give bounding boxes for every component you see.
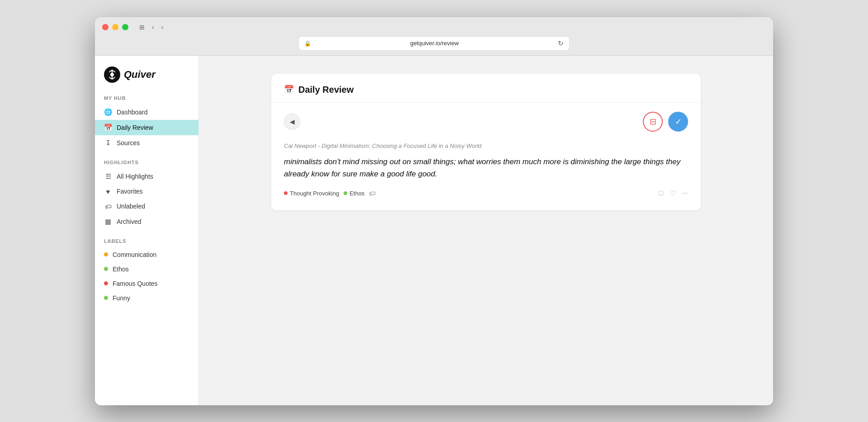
all-highlights-icon: ☰	[104, 172, 112, 180]
thought-provoking-dot	[284, 191, 288, 195]
maximize-button[interactable]	[122, 24, 128, 30]
sidebar-item-unlabeled-label: Unlabeled	[117, 203, 145, 210]
sidebar-item-ethos-label: Ethos	[113, 266, 129, 273]
thought-provoking-label: Thought Provoking	[290, 190, 339, 197]
sidebar-item-dashboard-label: Dashboard	[117, 109, 148, 116]
lock-icon: 🔒	[304, 40, 311, 47]
content-card: 📅 Daily Review ◀ ⊟ ✓	[271, 74, 701, 210]
archived-icon: ▦	[104, 218, 112, 226]
done-button[interactable]: ✓	[668, 112, 688, 132]
archive-icon: ⊟	[650, 117, 656, 127]
address-bar[interactable]: 🔒 getquiver.io/review ↻	[298, 36, 570, 51]
browser-chrome: ⊞ ‹ › 🔒 getquiver.io/review ↻	[95, 17, 773, 56]
logo-area: Quiver	[95, 66, 198, 95]
main-content: 📅 Daily Review ◀ ⊟ ✓	[199, 56, 773, 405]
review-nav-row: ◀ ⊟ ✓	[284, 112, 688, 132]
highlight-quote: minimalists don't mind missing out on sm…	[284, 156, 688, 180]
sources-icon: ↧	[104, 139, 112, 147]
tag-ethos[interactable]: Ethos	[344, 190, 364, 197]
page-title: Daily Review	[298, 85, 354, 95]
sidebar-item-unlabeled[interactable]: 🏷 Unlabeled	[95, 199, 198, 214]
sidebar-item-sources-label: Sources	[117, 139, 140, 147]
funny-dot	[104, 296, 108, 300]
sidebar-item-dashboard[interactable]: 🌐 Dashboard	[95, 104, 198, 120]
sidebar-section-highlights: HIGHLIGHTS ☰ All Highlights ♥ Favorites …	[95, 160, 198, 229]
favorites-icon: ♥	[104, 188, 112, 195]
sidebar-item-sources[interactable]: ↧ Sources	[95, 135, 198, 151]
sidebar-item-funny-label: Funny	[113, 294, 130, 302]
communication-dot	[104, 252, 108, 256]
browser-titlebar: ⊞ ‹ ›	[102, 23, 766, 32]
app-layout: Quiver MY HUB 🌐 Dashboard 📅 Daily Review…	[95, 56, 773, 405]
labels-label: LABELS	[95, 238, 198, 247]
close-button[interactable]	[102, 24, 108, 30]
sidebar-item-favorites[interactable]: ♥ Favorites	[95, 184, 198, 199]
sidebar: Quiver MY HUB 🌐 Dashboard 📅 Daily Review…	[95, 56, 199, 405]
minimize-button[interactable]	[112, 24, 118, 30]
sidebar-item-communication-label: Communication	[113, 251, 156, 258]
card-header: 📅 Daily Review	[271, 74, 701, 103]
add-tag-icon[interactable]: 🏷	[369, 190, 376, 197]
back-button[interactable]: ‹	[150, 23, 156, 32]
sidebar-section-my-hub: MY HUB 🌐 Dashboard 📅 Daily Review ↧ Sour…	[95, 95, 198, 151]
sidebar-item-funny[interactable]: Funny	[95, 291, 198, 305]
address-bar-row: 🔒 getquiver.io/review ↻	[102, 36, 766, 55]
archive-button[interactable]: ⊟	[643, 112, 663, 132]
ethos-tag-dot	[344, 191, 347, 195]
sidebar-item-all-highlights[interactable]: ☰ All Highlights	[95, 169, 198, 184]
highlight-tags: Thought Provoking Ethos 🏷	[284, 190, 376, 197]
logo-icon	[104, 66, 120, 83]
card-body: ◀ ⊟ ✓ Cal Newport - Digital Minimali	[271, 103, 701, 210]
traffic-lights	[102, 24, 128, 30]
favorite-button[interactable]: ♡	[670, 189, 676, 198]
action-buttons: ⊟ ✓	[643, 112, 688, 132]
highlight-source: Cal Newport - Digital Minimalism: Choosi…	[284, 142, 688, 149]
daily-review-icon: 📅	[104, 123, 112, 132]
sidebar-item-all-highlights-label: All Highlights	[117, 173, 153, 180]
sidebar-item-ethos[interactable]: Ethos	[95, 262, 198, 276]
refresh-button[interactable]: ↻	[558, 39, 564, 47]
highlights-label: HIGHLIGHTS	[95, 160, 198, 169]
sidebar-item-daily-review-label: Daily Review	[117, 124, 153, 131]
svg-point-1	[110, 73, 114, 76]
sidebar-item-communication[interactable]: Communication	[95, 247, 198, 262]
browser-controls: ⊞ ‹ ›	[137, 23, 165, 32]
logo-text: Quiver	[124, 69, 156, 81]
sidebar-item-favorites-label: Favorites	[117, 188, 143, 195]
prev-arrow-button[interactable]: ◀	[284, 114, 300, 130]
more-options-button[interactable]: ···	[682, 189, 688, 197]
my-hub-label: MY HUB	[95, 95, 198, 104]
tag-thought-provoking[interactable]: Thought Provoking	[284, 190, 339, 197]
forward-button[interactable]: ›	[160, 23, 165, 32]
card-header-icon: 📅	[284, 85, 294, 95]
highlight-content: Cal Newport - Digital Minimalism: Choosi…	[284, 142, 688, 198]
sidebar-item-daily-review[interactable]: 📅 Daily Review	[95, 120, 198, 135]
unlabeled-icon: 🏷	[104, 203, 112, 210]
dashboard-icon: 🌐	[104, 108, 112, 116]
sidebar-item-famous-quotes-label: Famous Quotes	[113, 280, 158, 287]
sidebar-section-labels: LABELS Communication Ethos Famous Quotes…	[95, 238, 198, 305]
comment-button[interactable]: □	[659, 189, 663, 197]
sidebar-item-famous-quotes[interactable]: Famous Quotes	[95, 276, 198, 291]
check-icon: ✓	[675, 117, 682, 127]
ethos-tag-label: Ethos	[349, 190, 364, 197]
sidebar-toggle-button[interactable]: ⊞	[137, 23, 146, 32]
browser-window: ⊞ ‹ › 🔒 getquiver.io/review ↻ Quiver	[95, 17, 773, 405]
sidebar-item-archived-label: Archived	[117, 218, 141, 225]
ethos-dot	[104, 267, 108, 271]
famous-quotes-dot	[104, 281, 108, 285]
highlight-footer: Thought Provoking Ethos 🏷 □ ♡	[284, 189, 688, 198]
sidebar-item-archived[interactable]: ▦ Archived	[95, 214, 198, 229]
highlight-actions: □ ♡ ···	[659, 189, 688, 198]
url-text: getquiver.io/review	[315, 40, 554, 47]
